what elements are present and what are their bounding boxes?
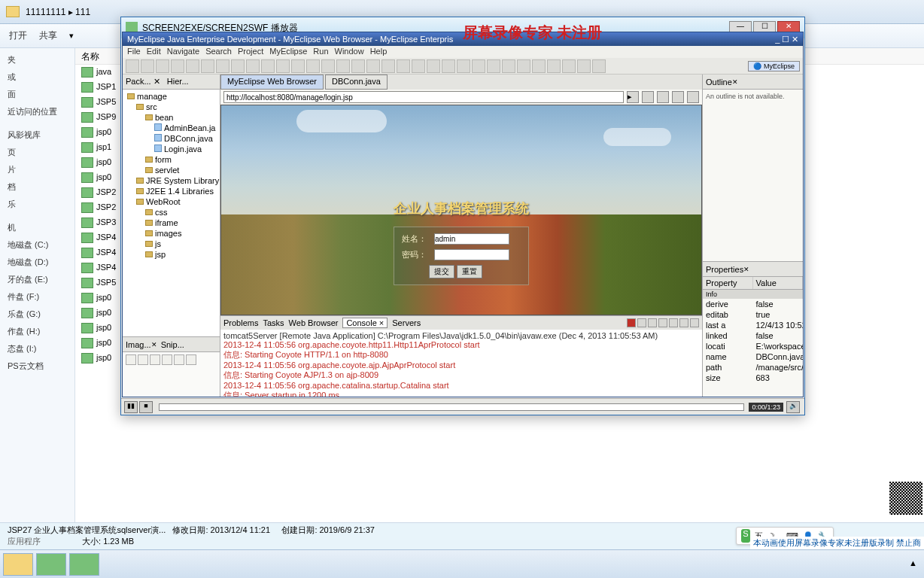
zoom-out-icon[interactable]: [150, 354, 160, 365]
editor-tabs[interactable]: MyEclipse Web Browser DBConn.java: [220, 75, 702, 90]
sidebar-item[interactable]: 面: [3, 86, 71, 103]
submit-button[interactable]: 提交: [429, 265, 454, 278]
remove-icon[interactable]: [637, 318, 646, 327]
tree-node[interactable]: JRE System Library: [124, 175, 218, 186]
property-row[interactable]: last a12/4/13 10:52 AM: [703, 320, 803, 330]
sidebar-item[interactable]: 作盘 (H:): [3, 323, 71, 340]
toolbar-icon[interactable]: [321, 59, 335, 73]
sidebar-item[interactable]: PS云文档: [3, 357, 71, 375]
property-row[interactable]: editabtrue: [703, 309, 803, 320]
toolbar-icon[interactable]: [592, 59, 606, 73]
menu-item[interactable]: Window: [335, 47, 364, 56]
stop-icon[interactable]: [672, 91, 684, 103]
taskbar-explorer[interactable]: [3, 553, 33, 576]
tree-node[interactable]: DBConn.java: [124, 133, 218, 144]
refresh-icon[interactable]: [687, 91, 699, 103]
toolbar-icon[interactable]: [577, 59, 591, 73]
toolbar-icon[interactable]: [381, 59, 395, 73]
sidebar-item[interactable]: 档: [3, 178, 71, 196]
ide-menubar[interactable]: FileEditNavigateSearchProjectMyEclipseRu…: [123, 46, 803, 58]
toolbar-icon[interactable]: [397, 59, 410, 73]
sidebar-item[interactable]: 近访问的位置: [3, 103, 71, 120]
tree-node[interactable]: manage: [124, 91, 218, 102]
tab-dbconn[interactable]: DBConn.java: [325, 75, 388, 90]
menu-item[interactable]: File: [127, 47, 141, 56]
ide-toolbar[interactable]: 🔵 MyEclipse: [123, 58, 803, 75]
property-row[interactable]: linkedfalse: [703, 330, 803, 341]
toolbar-icon[interactable]: [351, 59, 365, 73]
tree-node[interactable]: images: [124, 228, 218, 239]
zoom-100-icon[interactable]: [174, 354, 184, 365]
menu-item[interactable]: Search: [205, 47, 232, 56]
sidebar-item[interactable]: [3, 213, 71, 219]
tree-node[interactable]: Login.java: [124, 144, 218, 154]
taskbar-player1[interactable]: [36, 553, 66, 576]
tree-node[interactable]: css: [124, 207, 218, 218]
console-tabs[interactable]: Problems Tasks Web Browser Console × Ser…: [220, 316, 702, 330]
display-icon[interactable]: [679, 318, 688, 327]
go-button[interactable]: ▸: [627, 91, 639, 103]
tree-node[interactable]: servlet: [124, 165, 218, 175]
tree-node[interactable]: src: [124, 102, 218, 112]
url-input[interactable]: [223, 91, 624, 103]
menu-item[interactable]: Navigate: [167, 47, 199, 56]
toolbar-icon[interactable]: [141, 59, 154, 73]
reset-button[interactable]: 重置: [457, 265, 482, 278]
tree-node[interactable]: bean: [124, 112, 218, 123]
share-button[interactable]: 共享: [39, 29, 57, 42]
toolbar-icon[interactable]: [201, 59, 214, 73]
menu-item[interactable]: MyEclipse: [269, 47, 307, 56]
toolbar-icon[interactable]: [276, 59, 290, 73]
zoom-in-icon[interactable]: [138, 354, 148, 365]
pin-icon[interactable]: [669, 318, 678, 327]
toolbar-icon[interactable]: [126, 59, 139, 73]
volume-button[interactable]: 🔊: [786, 401, 800, 413]
pkg-tabs[interactable]: Pack... ✕ Hier...: [123, 75, 220, 90]
ide-close-icon[interactable]: ✕: [792, 35, 798, 44]
toolbar-icon[interactable]: [487, 59, 500, 73]
toolbar-icon[interactable]: [306, 59, 320, 73]
seek-track[interactable]: [159, 403, 744, 411]
property-row[interactable]: path/manage/src/bea...: [703, 362, 803, 373]
sidebar-item[interactable]: 态盘 (I:): [3, 340, 71, 357]
username-input[interactable]: [434, 233, 509, 245]
sidebar-item[interactable]: 机: [3, 219, 71, 236]
toolbar-icon[interactable]: [427, 59, 440, 73]
tree-node[interactable]: AdminBean.ja: [124, 123, 218, 133]
zoom-fit-icon[interactable]: [162, 354, 172, 365]
tree-node[interactable]: J2EE 1.4 Libraries: [124, 186, 218, 196]
toolbar-icon[interactable]: [186, 59, 199, 73]
ide-min-icon[interactable]: _: [775, 35, 780, 44]
menu-item[interactable]: Help: [370, 47, 388, 56]
ide-max-icon[interactable]: ☐: [782, 35, 789, 44]
stop-button[interactable]: ■: [139, 401, 153, 413]
property-row[interactable]: size683: [703, 373, 803, 383]
toolbar-icon[interactable]: [502, 59, 515, 73]
toolbar-icon[interactable]: [336, 59, 350, 73]
sidebar-item[interactable]: 牙的盘 (E:): [3, 271, 71, 288]
tree-node[interactable]: iframe: [124, 218, 218, 228]
sidebar-item[interactable]: 风影视库: [3, 126, 71, 144]
toolbar-icon[interactable]: [472, 59, 485, 73]
sidebar-item[interactable]: 或: [3, 68, 71, 86]
select-icon[interactable]: [186, 354, 196, 365]
property-row[interactable]: locatiE:\workspace\ma...: [703, 341, 803, 351]
breadcrumb[interactable]: 11111111 ▸ 111: [26, 7, 90, 17]
console-output[interactable]: tomcat5Server [Remote Java Application] …: [220, 330, 702, 397]
toolbar-icon[interactable]: [246, 59, 260, 73]
toolbar-icon[interactable]: [291, 59, 305, 73]
min-icon[interactable]: [690, 318, 699, 327]
taskbar-player2[interactable]: [69, 553, 99, 576]
toolbar-icon[interactable]: [156, 59, 169, 73]
system-tray[interactable]: ▲: [909, 558, 921, 570]
sidebar-item[interactable]: [3, 120, 71, 126]
menu-item[interactable]: Run: [313, 47, 328, 56]
sidebar-item[interactable]: 乐: [3, 196, 71, 213]
sidebar-item[interactable]: 地磁盘 (D:): [3, 254, 71, 271]
toolbar-icon[interactable]: [517, 59, 530, 73]
toolbar-icon[interactable]: [231, 59, 245, 73]
project-tree[interactable]: managesrcbeanAdminBean.jaDBConn.javaLogi…: [123, 90, 220, 336]
tree-node[interactable]: js: [124, 239, 218, 249]
tree-node[interactable]: jsp: [124, 249, 218, 260]
perspective-button[interactable]: 🔵 MyEclipse: [748, 61, 800, 71]
